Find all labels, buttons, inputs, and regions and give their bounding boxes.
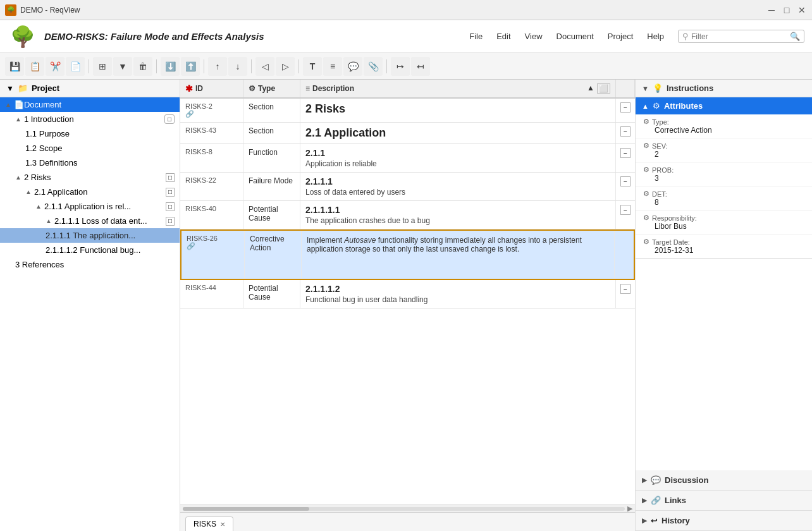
- link-risks26[interactable]: 🔗: [187, 242, 239, 250]
- discussion-collapse-icon[interactable]: ▶: [642, 476, 647, 484]
- cut-button[interactable]: ✂️: [46, 57, 65, 76]
- comment-btn[interactable]: 💬: [343, 57, 362, 76]
- close-button[interactable]: ✕: [797, 5, 807, 15]
- instructions-collapse-icon[interactable]: ▼: [642, 85, 649, 92]
- paste-button[interactable]: 📄: [66, 57, 85, 76]
- tree-item-2111-func[interactable]: 2.1.1.1.2 Functional bug...: [0, 243, 180, 257]
- sort-icon[interactable]: ▲: [587, 83, 594, 94]
- tab-close-risks[interactable]: ✕: [220, 521, 225, 528]
- menu-view[interactable]: View: [519, 29, 549, 44]
- attributes-label: Attributes: [664, 101, 806, 111]
- tree-item-211[interactable]: ▲ 2.1.1 Application is rel... □: [0, 199, 180, 214]
- indent-btn[interactable]: ▷: [276, 57, 295, 76]
- insert-button[interactable]: ⊞: [93, 57, 112, 76]
- sep5: [298, 59, 299, 73]
- sidebar-collapse-icon[interactable]: ▼: [6, 84, 14, 93]
- td-collapse-risks44[interactable]: −: [616, 280, 635, 308]
- title-bar: 🌳 DEMO - ReqView ─ □ ✕: [0, 0, 812, 20]
- attr-date-value: 2015-12-31: [643, 246, 804, 255]
- discussion-section[interactable]: ▶ 💬 Discussion: [636, 470, 812, 491]
- scroll-thumb[interactable]: [183, 507, 309, 511]
- tree-item-2111[interactable]: ▲ 2.1.1.1 Loss of data ent... □: [0, 214, 180, 228]
- tree-label-2111-app: 2.1.1.1 The application...: [46, 231, 175, 240]
- td-desc-risks44: 2.1.1.1.2 Functional bug in user data ha…: [300, 280, 616, 308]
- instructions-icon: 💡: [653, 83, 663, 93]
- tab-risks[interactable]: RISKS ✕: [185, 516, 233, 531]
- list-btn[interactable]: ≡: [323, 57, 342, 76]
- tree-item-risks[interactable]: ▲ 2 Risks □: [0, 170, 180, 185]
- tree-item-2111-app[interactable]: 2.1.1.1 The application...: [0, 228, 180, 243]
- attr-prob-icon: ⚙: [643, 166, 649, 174]
- horizontal-scrollbar[interactable]: ▶: [180, 504, 635, 512]
- tree-label-references: 3 References: [15, 260, 175, 269]
- tree-item-scope[interactable]: 1.2 Scope: [0, 141, 180, 156]
- insert-dropdown[interactable]: ▼: [113, 57, 132, 76]
- links-section[interactable]: ▶ 🔗 Links: [636, 491, 812, 511]
- delete-button[interactable]: 🗑: [133, 57, 152, 76]
- collapse-btn-risks8[interactable]: −: [620, 148, 631, 158]
- tree-item-application[interactable]: ▲ 2.1 Application □: [0, 185, 180, 199]
- collapse-btn-risks43[interactable]: −: [620, 126, 631, 137]
- th-desc-label: Description: [312, 84, 354, 93]
- attributes-collapse-icon[interactable]: ▲: [642, 102, 649, 110]
- th-id: ✱ ID: [180, 80, 243, 97]
- link-risks2[interactable]: 🔗: [185, 110, 238, 118]
- menu-document[interactable]: Document: [550, 29, 600, 44]
- menu-project[interactable]: Project: [601, 29, 639, 44]
- tree-item-purpose[interactable]: 1.1 Purpose: [0, 126, 180, 141]
- menu-edit[interactable]: Edit: [490, 29, 517, 44]
- table-row-risks26[interactable]: RISKS-26 🔗 Corrective Action Implement A…: [180, 229, 635, 280]
- filter-btn[interactable]: ⬇️: [161, 57, 180, 76]
- attr-type-label: Type:: [652, 118, 669, 126]
- collapse-btn-risks44[interactable]: −: [620, 284, 631, 294]
- td-collapse-risks8[interactable]: −: [616, 144, 635, 172]
- minimize-button[interactable]: ─: [766, 5, 777, 15]
- menu-file[interactable]: File: [463, 29, 489, 44]
- table-row-risks43[interactable]: RISKS-43 Section 2.1 Application −: [180, 123, 635, 144]
- filter-input[interactable]: [691, 32, 787, 41]
- table-row-risks44[interactable]: RISKS-44 Potential Cause 2.1.1.1.2 Funct…: [180, 280, 635, 308]
- attach-btn[interactable]: 📎: [364, 57, 383, 76]
- table-row-risks22[interactable]: RISKS-22 Failure Mode 2.1.1.1 Loss of da…: [180, 173, 635, 201]
- up-btn[interactable]: ↑: [208, 57, 227, 76]
- attr-prob-label: PROB:: [652, 166, 674, 174]
- attr-det-icon: ⚙: [643, 190, 649, 198]
- links-collapse-icon[interactable]: ▶: [642, 496, 647, 504]
- copy-button[interactable]: 📋: [25, 57, 44, 76]
- link-from-btn[interactable]: ↤: [411, 57, 430, 76]
- collapse-btn-risks22[interactable]: −: [620, 176, 631, 186]
- tree-item-introduction[interactable]: ▲ 1 Introduction □: [0, 112, 180, 126]
- tree-item-references[interactable]: 3 References: [0, 257, 180, 272]
- text-btn[interactable]: T: [303, 57, 322, 76]
- expand-btn[interactable]: ⬆️: [181, 57, 200, 76]
- collapse-btn-risks40[interactable]: −: [620, 205, 631, 215]
- menu-help[interactable]: Help: [641, 29, 670, 44]
- history-section[interactable]: ▶ ↩ History: [636, 511, 812, 531]
- table-row-risks40[interactable]: RISKS-40 Potential Cause 2.1.1.1.1 The a…: [180, 201, 635, 229]
- tree-item-definitions[interactable]: 1.3 Definitions: [0, 156, 180, 170]
- td-collapse-risks43[interactable]: −: [616, 123, 635, 143]
- td-collapse-risks40[interactable]: −: [616, 201, 635, 229]
- td-collapse-risks2[interactable]: −: [616, 99, 635, 122]
- attr-type-icon: ⚙: [643, 118, 649, 126]
- table-row-risks2[interactable]: RISKS-2 🔗 Section 2 Risks −: [180, 99, 635, 123]
- table-row-risks8[interactable]: RISKS-8 Function 2.1.1 Application is re…: [180, 144, 635, 173]
- instructions-header[interactable]: ▼ 💡 Instructions: [636, 80, 812, 97]
- tree-badge-risks: □: [166, 173, 175, 182]
- maximize-button[interactable]: □: [782, 5, 792, 15]
- outdent-btn[interactable]: ◁: [255, 57, 274, 76]
- desc-icon: ≡: [305, 84, 310, 93]
- link-to-btn[interactable]: ↦: [391, 57, 410, 76]
- down-btn[interactable]: ↓: [228, 57, 247, 76]
- save-button[interactable]: 💾: [5, 57, 24, 76]
- filter-box[interactable]: ⚲ 🔍: [678, 30, 804, 43]
- attributes-header[interactable]: ▲ ⚙ Attributes: [636, 97, 812, 114]
- table-header: ✱ ID ⚙ Type ≡ Description ▲ ⬜: [180, 80, 635, 99]
- collapse-btn-risks2[interactable]: −: [620, 102, 631, 113]
- attr-type: ⚙ Type: Corrective Action: [636, 114, 812, 138]
- td-type-risks2: Section: [243, 99, 300, 122]
- td-collapse-risks22[interactable]: −: [616, 173, 635, 200]
- expand-all-icon[interactable]: ⬜: [597, 83, 610, 94]
- history-collapse-icon[interactable]: ▶: [642, 516, 647, 525]
- tree-item-document[interactable]: ▲ 📄 Document: [0, 97, 180, 112]
